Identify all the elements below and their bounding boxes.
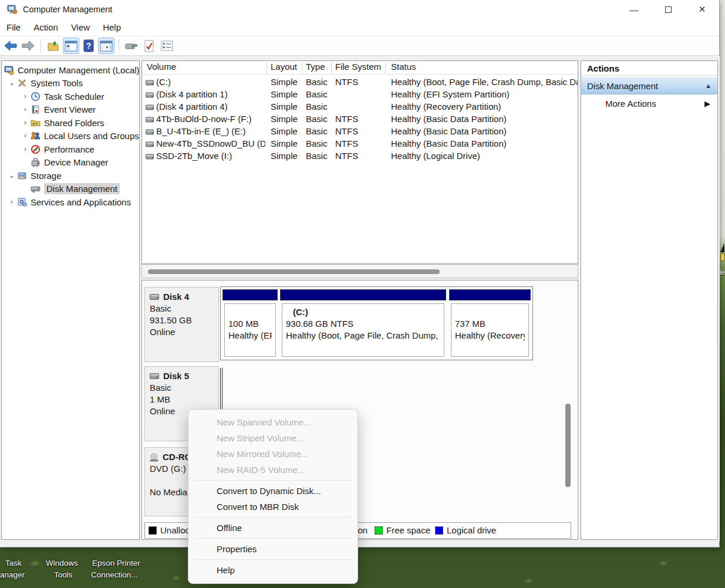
users-icon [31, 131, 41, 141]
desktop-icon-label-epson-line2[interactable]: Connection... [91, 570, 138, 579]
tree-item-event-viewer[interactable]: › Event Viewer [20, 103, 96, 116]
volume-row-c[interactable]: (C:) Simple Basic NTFS Healthy (Boot, Pa… [142, 77, 578, 89]
help-button[interactable]: ? [80, 38, 97, 54]
cell-file-system: NTFS [335, 126, 358, 136]
desktop-icon-label-windows-tools-line2[interactable]: Tools [54, 570, 73, 579]
horizontal-scrollbar-thumb[interactable] [148, 269, 440, 274]
chevron-right-icon[interactable]: › [20, 105, 31, 113]
tree-item-system-tools[interactable]: ⌄ System Tools [6, 76, 83, 89]
desktop-icon-label-task-manager-line1[interactable]: Task [5, 559, 22, 567]
column-header-layout[interactable]: Layout [271, 62, 297, 72]
chevron-right-icon[interactable]: › [20, 145, 31, 153]
menu-item-convert-to-mbr-disk[interactable]: Convert to MBR Disk [188, 499, 358, 515]
menu-item-properties[interactable]: Properties [188, 541, 358, 557]
menu-separator [194, 517, 352, 518]
column-header-type[interactable]: Type [306, 62, 325, 72]
menu-item-new-mirrored-volume: New Mirrored Volume... [188, 446, 358, 462]
disk4-label-box[interactable]: Disk 4 Basic 931.50 GB Online [144, 287, 219, 362]
cell-layout: Simple [271, 138, 298, 148]
tree-item-disk-management[interactable]: Disk Management [31, 182, 120, 195]
cell-status: Healthy (Logical Drive) [391, 151, 578, 161]
menu-help[interactable]: Help [96, 20, 127, 35]
tree-item-local-users-and-groups[interactable]: › Local Users and Groups [20, 129, 139, 142]
collapse-caret-icon[interactable]: ▲ [705, 82, 711, 89]
desktop-icon-label-epson-line1[interactable]: Epson Printer [92, 559, 140, 567]
column-divider[interactable] [267, 62, 267, 73]
chevron-down-icon[interactable]: ⌄ [6, 171, 17, 180]
tree-item-shared-folders[interactable]: › Shared Folders [20, 116, 104, 129]
chevron-down-icon[interactable]: ⌄ [6, 79, 17, 87]
volume-icon [146, 117, 154, 123]
disk-viewer-icon [125, 41, 138, 50]
volume-row-e[interactable]: B_U-4Tb-in-E (E_) (E:) Simple Basic NTFS… [142, 126, 578, 138]
menu-action[interactable]: Action [27, 20, 65, 35]
desktop-icon-label-windows-tools-line1[interactable]: Windows [46, 559, 78, 567]
tree-item-services-and-applications[interactable]: › Services and Applications [6, 195, 131, 208]
menu-item-convert-to-dynamic-disk[interactable]: Convert to Dynamic Disk... [188, 483, 358, 499]
volume-list-header: Volume Layout Type File System Status [142, 61, 578, 75]
volume-row-i[interactable]: SSD-2Tb_Move (I:) Simple Basic NTFS Heal… [142, 151, 578, 163]
cell-type: Basic [306, 77, 328, 87]
column-header-file-system[interactable]: File System [335, 62, 381, 72]
tree-item-storage[interactable]: ⌄ Storage [6, 169, 62, 182]
shared-folders-icon [31, 118, 41, 128]
column-header-volume[interactable]: Volume [147, 62, 176, 72]
properties-list-button[interactable] [159, 38, 175, 54]
health-check-button[interactable] [141, 38, 157, 54]
disk4-partition-efi[interactable]: 100 MB Healthy (EFI System Partition) [222, 288, 278, 359]
computer-management-window: Computer Management — ✕ File Action View… [0, 0, 720, 548]
tree-item-performance[interactable]: › Performance [20, 143, 95, 156]
disk4-partition-recovery[interactable]: 737 MB Healthy (Recovery Partition) [449, 288, 531, 359]
chevron-right-icon[interactable]: › [6, 198, 17, 206]
services-icon [17, 197, 27, 207]
tree-item-task-scheduler[interactable]: › Task Scheduler [20, 90, 104, 103]
column-divider[interactable] [302, 62, 302, 73]
toggle-action-pane-button[interactable] [98, 38, 114, 54]
title-bar[interactable]: Computer Management — ✕ [0, 0, 719, 19]
menu-view[interactable]: View [65, 20, 96, 35]
export-button[interactable] [45, 38, 62, 54]
window-title: Computer Management [23, 5, 112, 14]
legend-label: Free space [386, 525, 430, 535]
tree-item-device-manager[interactable]: Device Manager [31, 156, 108, 168]
submenu-arrow-icon: ▶ [704, 99, 710, 108]
toggle-console-tree-button[interactable] [63, 38, 79, 54]
partition-info: (C:) 930.68 GB NTFS Healthy (Boot, Page … [282, 303, 444, 357]
chevron-right-icon[interactable]: › [20, 131, 31, 140]
menu-item-help[interactable]: Help [188, 562, 358, 578]
column-header-status[interactable]: Status [391, 62, 416, 72]
desktop-icon-partial[interactable] [720, 243, 725, 261]
volume-row-disk4-p4[interactable]: (Disk 4 partition 4) Simple Basic Health… [142, 102, 578, 114]
toolbar-separator [41, 39, 41, 53]
menu-file[interactable]: File [0, 20, 27, 35]
column-divider[interactable] [331, 62, 332, 73]
checklist-icon [161, 40, 173, 51]
horizontal-scrollbar[interactable] [141, 264, 578, 278]
back-button[interactable] [2, 38, 19, 54]
menu-item-offline[interactable]: Offline [188, 520, 358, 536]
more-actions-item[interactable]: More Actions ▶ [581, 94, 717, 112]
actions-section-disk-management[interactable]: Disk Management ▲ [581, 77, 717, 94]
more-actions-label: More Actions [605, 99, 656, 109]
document-check-icon [144, 40, 154, 52]
volume-row-disk4-p1[interactable]: (Disk 4 partition 1) Simple Basic Health… [142, 89, 578, 102]
chevron-right-icon[interactable]: › [20, 119, 31, 127]
cell-layout: Simple [271, 151, 298, 161]
tree-item-computer-management[interactable]: Computer Management (Local) [4, 63, 140, 76]
chevron-right-icon[interactable]: › [20, 92, 31, 100]
volume-row-f[interactable]: 4Tb-BuOld-D-now-F (F:) Simple Basic NTFS… [142, 114, 578, 126]
maximize-button[interactable] [651, 0, 685, 19]
column-divider[interactable] [385, 62, 386, 73]
back-arrow-icon [4, 40, 17, 51]
cd-rom-icon [150, 453, 159, 462]
vertical-scrollbar-thumb[interactable] [565, 404, 571, 487]
desktop-icon-label-task-manager-line2[interactable]: anager [0, 570, 25, 579]
disk-tool-button[interactable] [123, 38, 140, 54]
volume-row-d[interactable]: New-4Tb_SSDnowD_BU (D:) Simple Basic NTF… [142, 138, 578, 151]
desktop-icon-partial-label: le [720, 269, 725, 276]
forward-button[interactable] [20, 38, 36, 54]
disk4-partition-c[interactable]: (C:) 930.68 GB NTFS Healthy (Boot, Page … [280, 288, 446, 359]
close-button[interactable]: ✕ [685, 0, 719, 19]
partition-size: 737 MB [455, 318, 525, 330]
minimize-button[interactable]: — [617, 0, 651, 19]
